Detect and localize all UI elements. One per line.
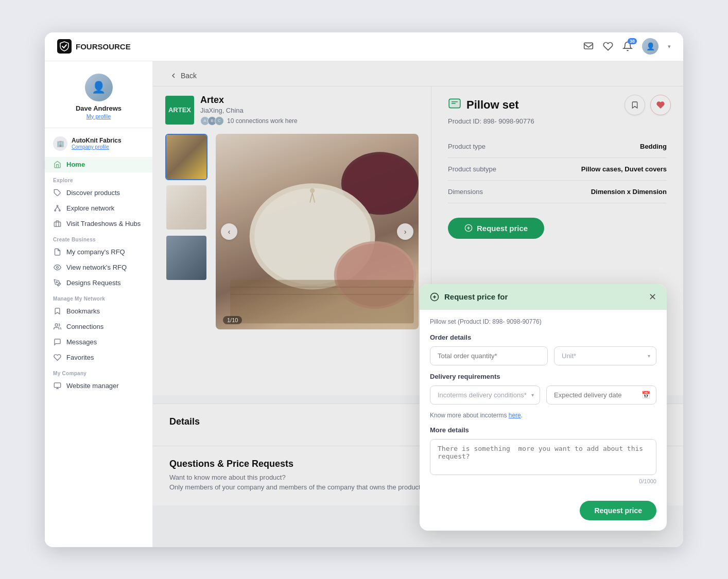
product-action-btns <box>625 95 671 115</box>
explore-network-label: Explore network <box>66 204 114 212</box>
company-name: AutoKnit Fabrics <box>72 137 122 144</box>
messages-nav-btn[interactable] <box>583 41 594 51</box>
page-header: Back <box>153 61 683 86</box>
sidebar-item-home[interactable]: Home <box>45 157 152 172</box>
company-switcher[interactable]: 🏢 AutoKnit Fabrics Company profile <box>45 132 152 155</box>
spec-row-dimensions: Dimensions Dimension x Dimension <box>448 181 667 203</box>
svg-point-5 <box>59 210 60 212</box>
doc-icon <box>53 248 61 256</box>
favorites-nav-btn[interactable] <box>603 41 613 51</box>
product-category-icon <box>448 97 461 113</box>
top-nav-actions: 38 👤 ▾ <box>583 38 671 55</box>
order-details-row: Unit* ▾ <box>430 346 656 365</box>
design-icon <box>53 279 61 287</box>
notifications-nav-btn[interactable]: 38 <box>622 41 633 51</box>
main-gallery-image: ‹ › 1/10 <box>216 134 419 329</box>
sidebar-item-view-rfq[interactable]: View network's RFQ <box>45 260 152 275</box>
sidebar-item-designs[interactable]: Designs Requests <box>45 275 152 291</box>
create-business-label: Create Business <box>45 232 152 244</box>
svg-rect-24 <box>230 279 413 323</box>
eye-icon <box>53 264 61 272</box>
dimensions-value: Dimension x Dimension <box>591 188 667 196</box>
vendor-connections: A B C 10 connections work here <box>200 116 298 126</box>
main-content: Back ARTEX Artex JiaXing, China <box>153 61 683 547</box>
company-profile-link[interactable]: Company profile <box>72 144 122 150</box>
sidebar-item-favorites[interactable]: Favorites <box>45 350 152 365</box>
incoterms-select[interactable]: Incoterms delivery conditions* <box>430 385 540 405</box>
request-price-button[interactable]: Request price <box>448 218 544 239</box>
tradeshows-label: Visit Tradeshows & Hubs <box>66 220 141 227</box>
modal-submit-button[interactable]: Request price <box>580 501 656 520</box>
like-product-btn[interactable] <box>650 95 671 115</box>
connection-avatars: A B C <box>200 116 224 126</box>
incoterms-link[interactable]: here <box>509 412 521 419</box>
delivery-date-input[interactable] <box>546 385 656 405</box>
svg-rect-12 <box>54 383 61 388</box>
modal-footer: Request price <box>420 495 667 531</box>
view-rfq-label: View network's RFQ <box>66 264 127 271</box>
sidebar-item-connections[interactable]: Connections <box>45 319 152 335</box>
more-details-textarea[interactable] <box>430 439 656 475</box>
company-avatar: 🏢 <box>53 136 67 151</box>
gallery-prev-btn[interactable]: ‹ <box>221 223 237 240</box>
svg-rect-1 <box>584 43 593 49</box>
thumbnail-2[interactable] <box>165 184 207 231</box>
modal-close-button[interactable]: ✕ <box>649 291 656 303</box>
my-rfq-label: My company's RFQ <box>66 248 125 256</box>
svg-line-7 <box>57 206 59 209</box>
sidebar-item-website-manager[interactable]: Website manager <box>45 378 152 394</box>
svg-point-9 <box>56 267 58 269</box>
sidebar-item-discover-products[interactable]: Discover products <box>45 185 152 201</box>
thumbnail-3[interactable] <box>165 235 207 281</box>
logo-icon <box>57 39 72 54</box>
sidebar-item-messages[interactable]: Messages <box>45 335 152 350</box>
product-specs: Product type Bedding Product subtype Pil… <box>448 135 667 203</box>
discover-products-label: Discover products <box>66 189 120 197</box>
gallery-next-btn[interactable]: › <box>397 223 413 240</box>
sidebar-profile: 👤 Dave Andrews My profile <box>45 69 152 128</box>
delivery-date-wrapper: 📅 <box>546 385 656 405</box>
monitor-icon <box>53 382 61 390</box>
incoterms-select-wrapper: Incoterms delivery conditions* ▾ <box>430 385 540 405</box>
manage-network-label: Manage my network <box>45 291 152 304</box>
sidebar: 👤 Dave Andrews My profile 🏢 AutoKnit Fab… <box>45 61 153 547</box>
type-label: Product type <box>448 143 486 150</box>
vendor-header: ARTEX Artex JiaXing, China A B C <box>165 95 419 126</box>
people-icon <box>53 323 61 331</box>
product-id: Product ID: 898- 9098-90776 <box>448 117 667 125</box>
app-logo[interactable]: FOURSOURCE <box>57 39 131 54</box>
dimensions-label: Dimensions <box>448 188 483 196</box>
product-gallery: ARTEX Artex JiaXing, China A B C <box>153 86 431 395</box>
vendor-name: Artex <box>200 95 298 106</box>
user-avatar-nav[interactable]: 👤 <box>642 38 658 55</box>
bookmarks-label: Bookmarks <box>66 307 100 315</box>
char-count: 0/1000 <box>430 478 656 484</box>
unit-select[interactable]: Unit* <box>554 346 656 365</box>
sidebar-item-explore-network[interactable]: Explore network <box>45 201 152 216</box>
svg-point-4 <box>54 210 56 212</box>
svg-rect-8 <box>54 222 61 226</box>
order-details-label: Order details <box>430 334 656 341</box>
subtype-label: Product subtype <box>448 165 496 173</box>
sidebar-item-bookmarks[interactable]: Bookmarks <box>45 304 152 319</box>
sidebar-item-my-rfq[interactable]: My company's RFQ <box>45 244 152 260</box>
subtype-value: Pillow cases, Duvet covers <box>581 165 667 173</box>
back-button[interactable]: Back <box>169 72 197 80</box>
product-title: Pillow set <box>466 98 518 112</box>
my-profile-link[interactable]: My profile <box>86 113 111 119</box>
designs-label: Designs Requests <box>66 279 121 287</box>
home-icon <box>53 161 61 169</box>
website-manager-label: Website manager <box>66 382 119 390</box>
modal-product-ref: Pillow set (Product ID: 898- 9098-90776) <box>430 318 656 325</box>
bookmark-product-btn[interactable] <box>625 95 645 115</box>
delivery-label: Delivery requirements <box>430 373 656 380</box>
thumbnail-1[interactable] <box>165 134 207 180</box>
unit-select-wrapper: Unit* ▾ <box>554 346 656 365</box>
quantity-input[interactable] <box>430 346 548 365</box>
gallery-counter: 1/10 <box>223 316 242 324</box>
user-menu-arrow[interactable]: ▾ <box>668 43 671 50</box>
svg-point-19 <box>310 188 315 192</box>
sidebar-item-tradeshows[interactable]: Visit Tradeshows & Hubs <box>45 216 152 232</box>
building-icon <box>53 220 61 228</box>
modal-header: Request price for ✕ <box>420 284 667 310</box>
